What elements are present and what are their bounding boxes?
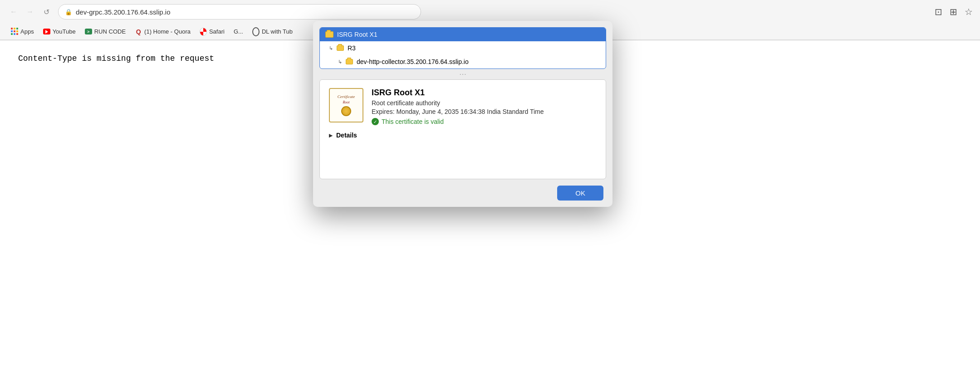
details-label: Details xyxy=(336,132,357,139)
toolbar-right: ⊡ ⊞ ☆ xyxy=(935,6,973,17)
browser-toolbar: ← → ↺ 🔒 dev-grpc.35.200.176.64.sslip.io … xyxy=(0,0,980,24)
apps-icon xyxy=(11,28,18,35)
content-text: Content-Type is missing from the request xyxy=(18,54,214,63)
valid-check-icon: ✓ xyxy=(372,118,379,125)
g-label: G... xyxy=(234,28,243,35)
cert-details-expander[interactable]: ▶ Details xyxy=(329,132,597,139)
youtube-icon xyxy=(43,28,50,35)
safari-label: Safari xyxy=(209,28,225,35)
tab-view-icon[interactable]: ⊡ xyxy=(935,6,942,17)
resize-handle[interactable]: ⋯ xyxy=(313,69,612,79)
cert-detail-header: Certificate Root ISRG Root X1 Root certi… xyxy=(329,88,597,125)
details-arrow-icon: ▶ xyxy=(329,133,333,138)
quora-icon: Q xyxy=(135,28,142,35)
cert-root-label: ISRG Root X1 xyxy=(337,31,377,38)
ok-button[interactable]: OK xyxy=(557,186,603,201)
reload-button[interactable]: ↺ xyxy=(40,5,53,18)
cert-valid-status: ✓ This certificate is valid xyxy=(372,118,597,125)
address-bar[interactable]: 🔒 dev-grpc.35.200.176.64.sslip.io xyxy=(58,4,421,20)
cert-name: ISRG Root X1 xyxy=(372,88,597,98)
bookmark-youtube[interactable]: YouTube xyxy=(39,27,79,37)
globe-icon xyxy=(252,28,260,35)
nav-buttons: ← → ↺ xyxy=(7,5,53,18)
cert-org: Root certificate authority xyxy=(372,99,597,107)
indent-arrow-leaf: ↳ xyxy=(338,59,342,65)
indent-arrow-r3: ↳ xyxy=(329,45,333,51)
dl-label: DL with Tub xyxy=(262,28,293,35)
cert-tree-leaf[interactable]: ↳ dev-http-collector.35.200.176.64.sslip… xyxy=(320,55,606,69)
cert-r3-label: R3 xyxy=(348,44,356,52)
apps-label: Apps xyxy=(20,28,34,35)
certificate-dialog: ISRG Root X1 ↳ R3 ↳ dev-http-collector.3… xyxy=(313,21,612,207)
cert-tree-root[interactable]: ISRG Root X1 xyxy=(320,28,606,41)
bookmark-runcode[interactable]: > RUN CODE xyxy=(81,27,129,37)
safari-icon xyxy=(200,28,207,35)
bookmark-star-icon[interactable]: ☆ xyxy=(965,6,973,17)
cert-thumb-title: Certificate Root xyxy=(338,94,355,105)
runcode-icon: > xyxy=(85,28,92,35)
cert-tree-r3[interactable]: ↳ R3 xyxy=(320,41,606,55)
youtube-label: YouTube xyxy=(53,28,76,35)
cert-seal xyxy=(341,106,351,116)
back-button[interactable]: ← xyxy=(7,5,20,18)
lock-icon: 🔒 xyxy=(65,9,72,15)
grid-view-icon[interactable]: ⊞ xyxy=(950,6,957,17)
cert-thumbnail: Certificate Root xyxy=(329,88,363,122)
cert-info: ISRG Root X1 Root certificate authority … xyxy=(372,88,597,125)
bookmark-g[interactable]: G... xyxy=(230,27,247,36)
runcode-label: RUN CODE xyxy=(94,28,126,35)
cert-leaf-label: dev-http-collector.35.200.176.64.sslip.i… xyxy=(357,58,469,65)
dialog-footer: OK xyxy=(313,179,612,207)
cert-expires: Expires: Monday, June 4, 2035 16:34:38 I… xyxy=(372,108,597,115)
cert-folder-r3-icon xyxy=(337,45,344,51)
bookmark-safari[interactable]: Safari xyxy=(196,27,228,37)
cert-folder-leaf-icon xyxy=(346,59,353,64)
cert-chain-tree[interactable]: ISRG Root X1 ↳ R3 ↳ dev-http-collector.3… xyxy=(319,27,606,69)
bookmark-apps[interactable]: Apps xyxy=(7,27,38,37)
cert-folder-root-icon xyxy=(325,31,333,38)
bookmark-dl[interactable]: DL with Tub xyxy=(249,27,296,37)
quora-label: (1) Home - Quora xyxy=(144,28,191,35)
bookmark-quora[interactable]: Q (1) Home - Quora xyxy=(131,27,194,37)
cert-detail-panel: Certificate Root ISRG Root X1 Root certi… xyxy=(319,79,606,179)
url-text: dev-grpc.35.200.176.64.sslip.io xyxy=(76,8,170,16)
cert-valid-text: This certificate is valid xyxy=(382,118,444,125)
forward-button[interactable]: → xyxy=(24,5,36,18)
